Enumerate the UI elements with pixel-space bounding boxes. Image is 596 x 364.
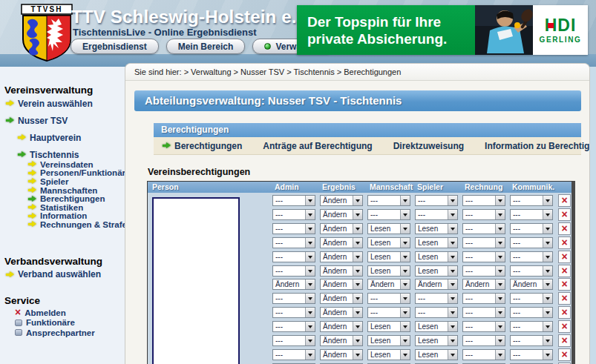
chevron-down-icon[interactable] [448,266,457,276]
chevron-down-icon[interactable] [400,322,410,331]
dropdown-kommunik-[interactable]: --- [510,223,553,234]
sidebar-item-funktion-re[interactable]: Funktionäre [4,318,125,327]
chevron-down-icon[interactable] [353,308,362,317]
dropdown-mannschaft[interactable]: Ändern [367,279,410,290]
chevron-down-icon[interactable] [448,196,457,205]
chevron-down-icon[interactable] [353,336,362,345]
chevron-down-icon[interactable] [400,238,410,248]
delete-row-button[interactable]: × [558,194,571,207]
chevron-down-icon[interactable] [495,294,505,303]
dropdown-admin[interactable]: --- [272,223,315,234]
delete-row-button[interactable]: × [558,251,571,263]
dropdown-admin[interactable]: --- [272,265,315,277]
delete-row-button[interactable]: × [558,222,571,235]
chevron-down-icon[interactable] [305,238,315,248]
dropdown-spieler[interactable]: Lesen [415,335,458,346]
dropdown-kommunik-[interactable]: --- [510,195,553,206]
dropdown-rechnung[interactable]: --- [462,293,505,304]
chevron-down-icon[interactable] [495,224,505,234]
dropdown-kommunik-[interactable]: --- [510,209,553,220]
chevron-down-icon[interactable] [448,238,457,248]
chevron-down-icon[interactable] [353,224,362,234]
chevron-down-icon[interactable] [400,252,410,262]
menu-item-direktzuweisung[interactable]: Direktzuweisung [393,141,464,151]
chevron-down-icon[interactable] [543,279,552,289]
chevron-down-icon[interactable] [400,266,410,276]
dropdown-kommunik-[interactable]: --- [510,349,553,360]
chevron-down-icon[interactable] [305,279,315,289]
chevron-down-icon[interactable] [305,322,315,331]
dropdown-ergebnis[interactable]: Ändern [320,349,363,360]
dropdown-mannschaft[interactable]: Lesen [367,223,410,234]
chevron-down-icon[interactable] [305,266,315,276]
dropdown-admin[interactable]: --- [272,335,315,346]
chevron-down-icon[interactable] [495,210,505,219]
chevron-down-icon[interactable] [448,279,457,289]
dropdown-spieler[interactable]: Ändern [415,279,458,290]
dropdown-kommunik-[interactable]: --- [510,265,553,277]
dropdown-admin[interactable]: --- [272,293,315,304]
dropdown-ergebnis[interactable]: Ändern [320,237,363,248]
dropdown-ergebnis[interactable]: Ändern [320,307,363,318]
sidebar-item-statistiken[interactable]: Statistiken [4,203,125,212]
chevron-down-icon[interactable] [305,224,315,234]
chevron-down-icon[interactable] [448,322,457,331]
chevron-down-icon[interactable] [448,210,457,219]
chevron-down-icon[interactable] [543,252,552,262]
sidebar-item-mannschaften[interactable]: Mannschaften [4,186,125,195]
chevron-down-icon[interactable] [353,350,362,360]
chevron-down-icon[interactable] [495,266,505,276]
dropdown-spieler[interactable]: Lesen [415,321,458,332]
chevron-down-icon[interactable] [400,210,410,219]
delete-row-button[interactable]: × [558,334,571,347]
dropdown-spieler[interactable]: Lesen [415,265,458,277]
chevron-down-icon[interactable] [400,279,410,289]
chevron-down-icon[interactable] [400,224,410,234]
delete-row-button[interactable]: × [558,292,571,305]
sidebar-item-information[interactable]: Information [4,212,125,221]
chevron-down-icon[interactable] [495,308,505,317]
dropdown-ergebnis[interactable]: Ändern [320,279,363,290]
chevron-down-icon[interactable] [543,238,552,248]
chevron-down-icon[interactable] [448,294,457,303]
chevron-down-icon[interactable] [495,196,505,205]
delete-row-button[interactable]: × [558,208,571,221]
chevron-down-icon[interactable] [305,210,315,219]
dropdown-ergebnis[interactable]: Ändern [320,293,363,304]
dropdown-mannschaft[interactable]: Lesen [367,349,410,360]
dropdown-kommunik-[interactable]: --- [510,321,553,332]
dropdown-kommunik-[interactable]: Ändern [510,279,553,290]
chevron-down-icon[interactable] [353,266,362,276]
dropdown-ergebnis[interactable]: Ändern [320,321,363,332]
chevron-down-icon[interactable] [495,252,505,262]
chevron-down-icon[interactable] [543,210,552,219]
chevron-down-icon[interactable] [448,224,457,234]
dropdown-rechnung[interactable]: --- [462,195,505,206]
chevron-down-icon[interactable] [543,294,552,303]
dropdown-ergebnis[interactable]: Ändern [320,335,363,346]
sidebar-item-vereinsdaten[interactable]: Vereinsdaten [4,160,125,169]
dropdown-admin[interactable]: --- [272,349,315,360]
chevron-down-icon[interactable] [305,336,315,345]
dropdown-mannschaft[interactable]: Lesen [367,265,410,277]
delete-row-button[interactable]: × [558,278,571,291]
delete-row-button[interactable]: × [558,348,571,361]
sidebar-item-verein-ausw-hlen[interactable]: Verein auswählen [4,98,125,109]
dropdown-mannschaft[interactable]: --- [367,307,410,318]
dropdown-mannschaft[interactable]: --- [367,195,410,206]
chevron-down-icon[interactable] [305,350,315,360]
chevron-down-icon[interactable] [543,224,552,234]
dropdown-kommunik-[interactable]: --- [510,251,553,262]
chevron-down-icon[interactable] [543,266,552,276]
dropdown-kommunik-[interactable]: --- [510,307,553,318]
sidebar-item-rechnungen-strafen[interactable]: Rechnungen & Strafen [4,220,125,229]
dropdown-rechnung[interactable]: --- [462,237,505,248]
dropdown-rechnung[interactable]: --- [462,335,505,346]
dropdown-mannschaft[interactable]: Lesen [367,237,410,248]
dropdown-rechnung[interactable]: Ändern [462,279,505,290]
dropdown-admin[interactable]: --- [272,209,315,220]
chevron-down-icon[interactable] [495,350,505,360]
dropdown-spieler[interactable]: Lesen [415,237,458,248]
dropdown-spieler[interactable]: --- [415,293,458,304]
dropdown-admin[interactable]: --- [272,195,315,206]
